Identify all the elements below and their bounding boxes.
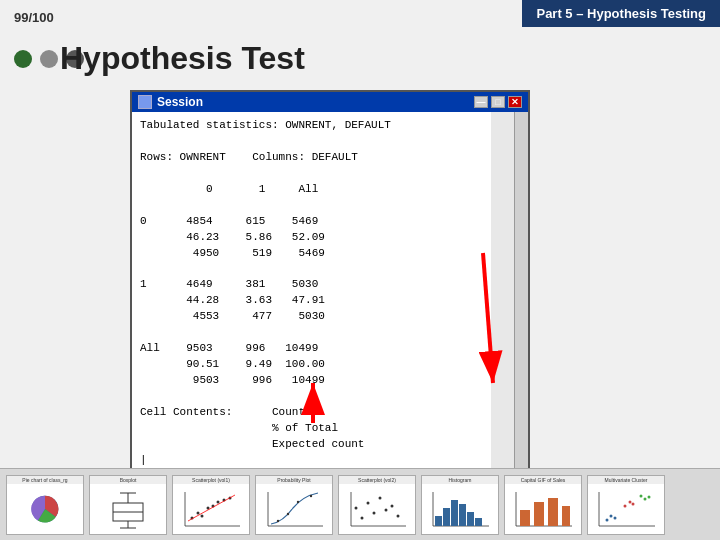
dot-2 [40, 50, 58, 68]
svg-point-23 [277, 519, 279, 521]
svg-point-26 [310, 494, 312, 496]
header-title: Part 5 – Hypothesis Testing [536, 6, 706, 21]
maximize-button[interactable]: □ [491, 96, 505, 108]
thumb-scatter1[interactable]: Scatterplot (vol1) [172, 475, 250, 535]
prob-plot-icon [263, 488, 325, 530]
svg-point-53 [606, 518, 609, 521]
svg-point-56 [624, 504, 627, 507]
svg-rect-47 [520, 510, 530, 526]
thumb-7-title: Capital GIF of Sales [505, 476, 581, 484]
scrollbar-right[interactable] [514, 112, 528, 491]
session-icon [138, 95, 152, 109]
thumb-multivariate[interactable]: Multivariate Cluster [587, 475, 665, 535]
dot-1 [14, 50, 32, 68]
svg-rect-50 [562, 506, 570, 526]
header-bar: Part 5 – Hypothesis Testing [522, 0, 720, 27]
svg-point-61 [648, 495, 651, 498]
svg-point-54 [610, 514, 613, 517]
bar-chart-icon [512, 488, 574, 530]
thumb-1-title: Pie chart of class_rg [7, 476, 83, 484]
histogram-icon [429, 488, 491, 530]
thumb-boxplot[interactable]: Boxplot [89, 475, 167, 535]
thumb-4-content [256, 484, 332, 534]
session-controls[interactable]: — □ ✕ [474, 96, 522, 108]
thumb-5-content [339, 484, 415, 534]
svg-point-33 [379, 496, 382, 499]
session-window: Session — □ ✕ Tabulated statistics: OWNR… [130, 90, 530, 507]
svg-line-20 [188, 495, 235, 521]
thumb-7-content [505, 484, 581, 534]
svg-rect-39 [435, 516, 442, 526]
svg-point-25 [297, 500, 299, 502]
session-titlebar-left: Session [138, 95, 203, 109]
thumb-histogram[interactable]: Histogram [421, 475, 499, 535]
close-button[interactable]: ✕ [508, 96, 522, 108]
svg-rect-49 [548, 498, 558, 526]
svg-point-31 [367, 501, 370, 504]
thumb-prob-plot[interactable]: Probability Plot [255, 475, 333, 535]
svg-point-59 [640, 494, 643, 497]
session-title: Session [157, 95, 203, 109]
svg-point-34 [385, 508, 388, 511]
multivariate-icon [595, 488, 657, 530]
thumb-2-content [90, 484, 166, 534]
thumb-8-title: Multivariate Cluster [588, 476, 664, 484]
svg-point-14 [201, 514, 204, 517]
thumb-2-title: Boxplot [90, 476, 166, 484]
thumb-1-content [7, 484, 83, 534]
session-titlebar: Session — □ ✕ [132, 92, 528, 112]
thumb-bar-chart[interactable]: Capital GIF of Sales [504, 475, 582, 535]
svg-point-29 [355, 506, 358, 509]
session-text: Tabulated statistics: OWNRENT, DEFAULT R… [140, 118, 483, 485]
svg-point-30 [361, 516, 364, 519]
svg-point-17 [217, 500, 220, 503]
scatter2-icon [346, 488, 408, 530]
svg-point-58 [632, 502, 635, 505]
thumb-3-title: Scatterplot (vol1) [173, 476, 249, 484]
boxplot-icon [98, 488, 158, 530]
thumb-8-content [588, 484, 664, 534]
svg-point-36 [397, 514, 400, 517]
thumb-pie-chart[interactable]: Pie chart of class_rg [6, 475, 84, 535]
thumb-6-title: Histogram [422, 476, 498, 484]
svg-point-55 [614, 516, 617, 519]
svg-rect-40 [443, 508, 450, 526]
svg-rect-42 [459, 504, 466, 526]
svg-point-32 [373, 511, 376, 514]
pie-chart-icon [29, 493, 61, 525]
session-content: Tabulated statistics: OWNRENT, DEFAULT R… [132, 112, 491, 491]
thumb-3-content [173, 484, 249, 534]
svg-rect-48 [534, 502, 544, 526]
thumb-6-content [422, 484, 498, 534]
thumb-5-title: Scatterplot (vol2) [339, 476, 415, 484]
svg-point-57 [629, 500, 632, 503]
thumb-scatter2[interactable]: Scatterplot (vol2) [338, 475, 416, 535]
svg-rect-41 [451, 500, 458, 526]
thumbnails-strip: Pie chart of class_rg Boxplot Scat [0, 468, 720, 540]
svg-point-35 [391, 504, 394, 507]
svg-rect-44 [475, 518, 482, 526]
page-title: Hypothesis Test [60, 40, 305, 77]
scatter1-icon [180, 488, 242, 530]
thumb-4-title: Probability Plot [256, 476, 332, 484]
svg-point-24 [287, 512, 289, 514]
svg-point-13 [197, 511, 200, 514]
svg-point-60 [644, 497, 647, 500]
minimize-button[interactable]: — [474, 96, 488, 108]
slide-counter: 99/100 [14, 10, 54, 25]
svg-rect-43 [467, 512, 474, 526]
